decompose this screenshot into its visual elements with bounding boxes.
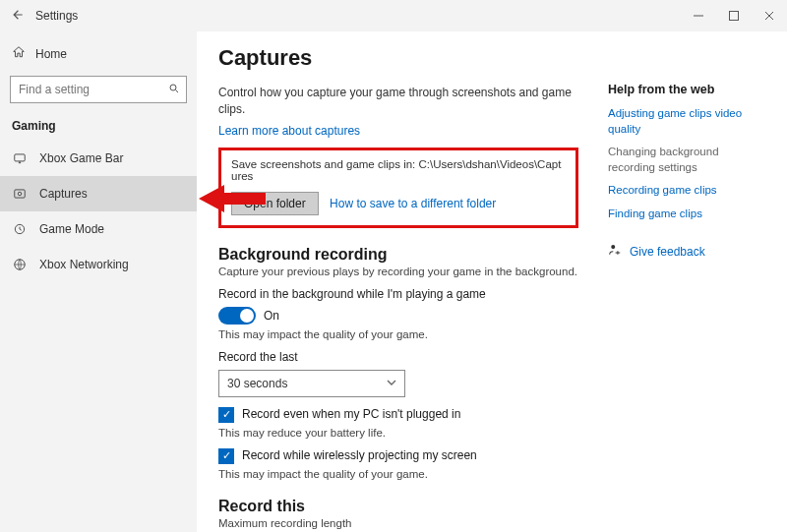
search-icon <box>168 83 180 97</box>
how-to-save-link[interactable]: How to save to a different folder <box>330 197 496 210</box>
aside-heading: Help from the web <box>608 83 765 96</box>
svg-point-8 <box>611 245 615 249</box>
window-title: Settings <box>35 9 78 23</box>
record-last-select[interactable]: 30 seconds <box>218 370 405 397</box>
check-wireless[interactable]: ✓ <box>218 448 234 464</box>
arrow-left-icon <box>11 8 25 22</box>
background-recording-heading: Background recording <box>218 246 578 264</box>
svg-rect-1 <box>730 12 739 21</box>
check-plugged-in[interactable]: ✓ <box>218 407 234 423</box>
settings-window: Settings Home Gaming <box>0 0 787 532</box>
intro-text: Control how you capture your game throug… <box>218 85 578 118</box>
give-feedback-link[interactable]: Give feedback <box>608 243 765 260</box>
sidebar: Home Gaming Xbox Game Bar Captures <box>0 31 197 532</box>
sidebar-item-label: Xbox Networking <box>39 258 129 271</box>
sidebar-home-label: Home <box>35 47 67 61</box>
help-link-bg-settings: Changing background recording settings <box>608 145 765 175</box>
minimize-button[interactable] <box>681 0 716 31</box>
search-input-wrapper[interactable] <box>10 76 187 103</box>
sidebar-item-label: Captures <box>39 187 88 201</box>
close-icon <box>764 11 774 21</box>
networking-icon <box>12 258 28 271</box>
svg-rect-4 <box>15 190 26 198</box>
home-icon <box>12 45 26 62</box>
titlebar: Settings <box>0 0 787 31</box>
check-plugged-hint: This may reduce your battery life. <box>218 427 578 439</box>
maximize-button[interactable] <box>716 0 752 31</box>
sidebar-item-label: Xbox Game Bar <box>39 151 123 165</box>
max-length-label: Maximum recording length <box>218 517 578 529</box>
search-input[interactable] <box>17 82 168 97</box>
svg-point-2 <box>170 85 176 90</box>
sidebar-item-xbox-game-bar[interactable]: Xbox Game Bar <box>0 141 197 176</box>
game-mode-icon <box>12 222 28 236</box>
back-button[interactable] <box>0 8 35 25</box>
sidebar-home[interactable]: Home <box>0 39 197 68</box>
bg-toggle-label: Record in the background while I'm playi… <box>218 287 578 301</box>
sidebar-item-label: Game Mode <box>39 222 104 236</box>
sidebar-section-label: Gaming <box>0 113 197 141</box>
bg-record-toggle[interactable] <box>218 307 256 325</box>
close-button[interactable] <box>752 0 787 31</box>
save-location-box: Save screenshots and game clips in: C:\U… <box>218 148 578 228</box>
help-link-recording-clips[interactable]: Recording game clips <box>608 183 765 199</box>
record-last-value: 30 seconds <box>227 377 287 390</box>
help-link-adjust-quality[interactable]: Adjusting game clips video quality <box>608 106 765 137</box>
help-aside: Help from the web Adjusting game clips v… <box>608 45 765 532</box>
svg-point-5 <box>18 192 22 196</box>
svg-rect-3 <box>15 154 26 161</box>
chevron-down-icon <box>387 378 396 389</box>
check-wireless-hint: This may impact the quality of your game… <box>218 468 578 480</box>
main-area: Captures Control how you capture your ga… <box>197 31 787 532</box>
maximize-icon <box>729 11 739 21</box>
open-folder-button[interactable]: Open folder <box>231 192 319 215</box>
sidebar-item-captures[interactable]: Captures <box>0 176 197 211</box>
svg-rect-0 <box>694 16 703 17</box>
save-path-text: Save screenshots and game clips in: C:\U… <box>231 158 566 182</box>
captures-icon <box>12 187 28 201</box>
record-this-heading: Record this <box>218 498 578 515</box>
bg-toggle-state: On <box>264 309 279 323</box>
page-title: Captures <box>218 45 578 71</box>
content-column: Captures Control how you capture your ga… <box>218 45 578 532</box>
sidebar-item-xbox-networking[interactable]: Xbox Networking <box>0 247 197 282</box>
feedback-icon <box>608 243 622 260</box>
help-link-finding-clips[interactable]: Finding game clips <box>608 207 765 222</box>
game-bar-icon <box>12 151 28 165</box>
record-last-label: Record the last <box>218 350 578 364</box>
feedback-label: Give feedback <box>630 245 705 259</box>
bg-toggle-hint: This may impact the quality of your game… <box>218 328 578 340</box>
check-wireless-label: Record while wirelessly projecting my sc… <box>242 448 477 462</box>
check-plugged-label: Record even when my PC isn't plugged in <box>242 407 460 421</box>
minimize-icon <box>694 11 703 21</box>
sidebar-item-game-mode[interactable]: Game Mode <box>0 211 197 247</box>
learn-more-link[interactable]: Learn more about captures <box>218 124 360 138</box>
background-recording-sub: Capture your previous plays by recording… <box>218 266 578 277</box>
